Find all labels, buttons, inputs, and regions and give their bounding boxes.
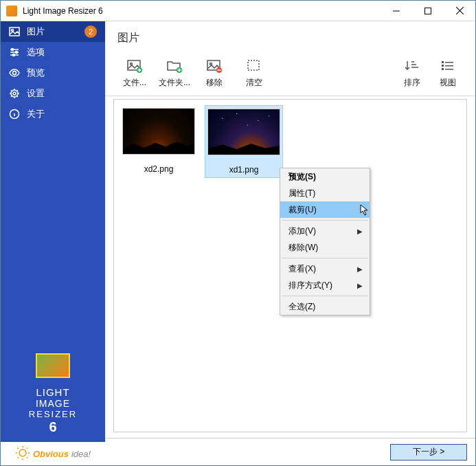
sidebar-item-options[interactable]: 选项 [1, 42, 105, 63]
svg-rect-20 [442, 65, 444, 67]
sort-icon [404, 58, 420, 74]
svg-rect-23 [445, 65, 453, 67]
maximize-button[interactable] [412, 1, 444, 21]
tool-label: 文件... [123, 77, 146, 89]
ctx-sort[interactable]: 排序方式(Y)▶ [280, 277, 370, 293]
ctx-add[interactable]: 添加(V)▶ [280, 223, 370, 239]
remove-icon [206, 58, 223, 74]
thumbnail-image [122, 108, 195, 155]
ctx-select-all[interactable]: 全选(Z) [280, 298, 370, 315]
svg-point-10 [19, 450, 26, 456]
sort-button[interactable]: 排序 [394, 55, 430, 91]
svg-rect-22 [445, 62, 453, 63]
logo-line3: RESIZER [1, 409, 105, 419]
add-file-button[interactable]: 文件... [115, 55, 155, 91]
close-button[interactable] [444, 1, 475, 21]
svg-point-8 [13, 92, 16, 95]
sidebar-item-about[interactable]: 关于 [1, 104, 105, 124]
tool-label: 文件夹... [159, 77, 190, 89]
minimize-button[interactable] [381, 1, 412, 21]
thumbnail-item[interactable]: xd2.png [120, 105, 198, 178]
add-folder-button[interactable]: 文件夹... [155, 55, 194, 91]
brand-text-b: idea! [71, 449, 91, 459]
logo-line2: IMAGE [1, 398, 105, 409]
footer: 下一步 > [105, 438, 475, 465]
brand-bar[interactable]: Obviousidea! [1, 442, 105, 465]
sidebar-item-images[interactable]: 图片 2 [1, 21, 105, 42]
svg-point-6 [13, 71, 16, 75]
info-icon [9, 109, 20, 120]
ctx-preview[interactable]: 预览(S) [280, 168, 370, 185]
sidebar-item-label: 关于 [27, 108, 45, 120]
main-panel: 图片 文件... 文件夹... [105, 21, 475, 465]
ctx-separator [282, 258, 368, 258]
window-title: Light Image Resizer 6 [23, 6, 381, 16]
sidebar-badge: 2 [84, 25, 97, 38]
titlebar: Light Image Resizer 6 [1, 1, 475, 21]
thumbnail-image [207, 109, 280, 155]
view-button[interactable]: 视图 [430, 55, 466, 91]
ctx-properties[interactable]: 属性(T) [280, 185, 370, 201]
svg-point-4 [16, 52, 18, 54]
svg-rect-21 [442, 68, 444, 70]
thumbnail-item[interactable]: xd1.png [205, 105, 283, 178]
sidebar-item-label: 选项 [27, 46, 45, 58]
file-add-icon [126, 58, 143, 74]
tool-label: 视图 [440, 77, 456, 89]
thumbnail-area[interactable]: xd2.png xd1.png 预览(S) 属性(T) 裁剪(U) 添加(V)▶… [113, 99, 467, 432]
submenu-arrow-icon: ▶ [357, 265, 363, 273]
next-button[interactable]: 下一步 > [390, 444, 467, 461]
logo-line4: 6 [1, 419, 105, 435]
sidebar: 图片 2 选项 预览 设置 [1, 21, 105, 465]
logo-icon [32, 349, 74, 382]
sliders-icon [9, 47, 20, 58]
sidebar-item-label: 设置 [27, 87, 45, 100]
svg-rect-24 [445, 69, 453, 70]
page-title: 图片 [105, 21, 475, 51]
logo-line1: LIGHT [1, 386, 105, 398]
svg-point-5 [13, 54, 15, 56]
thumbnail-caption: xd2.png [121, 159, 196, 174]
ctx-separator [282, 220, 368, 221]
thumbnail-caption: xd1.png [207, 159, 281, 175]
image-icon [9, 26, 20, 37]
ctx-remove[interactable]: 移除(W) [280, 239, 370, 256]
tool-label: 清空 [246, 77, 262, 89]
sidebar-item-label: 图片 [27, 25, 45, 38]
clear-icon [246, 58, 262, 74]
svg-rect-18 [248, 60, 259, 70]
brand-text-a: Obvious [33, 449, 69, 459]
toolbar: 文件... 文件夹... 移除 [105, 51, 475, 96]
submenu-arrow-icon: ▶ [357, 228, 363, 235]
svg-point-3 [12, 49, 14, 51]
ctx-separator [282, 296, 368, 296]
eye-icon [9, 67, 20, 78]
sidebar-item-settings[interactable]: 设置 [1, 83, 105, 104]
tool-label: 排序 [404, 77, 420, 89]
ctx-crop[interactable]: 裁剪(U) [280, 201, 370, 218]
gear-icon [9, 88, 20, 99]
svg-rect-19 [442, 61, 444, 63]
sidebar-item-label: 预览 [27, 67, 45, 79]
product-logo: LIGHT IMAGE RESIZER 6 [1, 339, 105, 442]
bulb-icon [15, 446, 30, 461]
ctx-view[interactable]: 查看(X)▶ [280, 260, 370, 277]
sidebar-item-preview[interactable]: 预览 [1, 63, 105, 83]
folder-add-icon [166, 58, 183, 74]
view-icon [440, 58, 456, 74]
clear-button[interactable]: 清空 [234, 55, 274, 91]
svg-rect-0 [425, 8, 431, 14]
remove-button[interactable]: 移除 [194, 55, 234, 91]
tool-label: 移除 [206, 77, 223, 89]
context-menu: 预览(S) 属性(T) 裁剪(U) 添加(V)▶ 移除(W) 查看(X)▶ 排序… [280, 168, 370, 315]
submenu-arrow-icon: ▶ [357, 282, 363, 289]
app-icon [6, 5, 17, 16]
